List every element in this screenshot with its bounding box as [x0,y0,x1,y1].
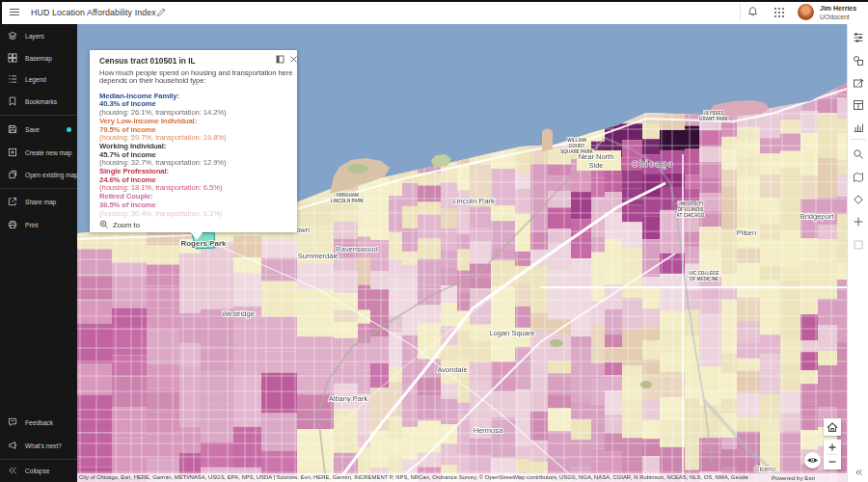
svg-text:Logan Square: Logan Square [489,329,534,337]
svg-text:Avondale: Avondale [437,365,467,374]
svg-text:Lincoln Park: Lincoln Park [452,197,496,205]
svg-text:Pilsen: Pilsen [737,228,756,237]
svg-text:GRANT PARK: GRANT PARK [699,117,729,121]
svg-text:Bridgeport: Bridgeport [800,212,835,221]
svg-text:AT CHICAGO: AT CHICAGO [677,213,705,218]
svg-text:LINCOLN PARK: LINCOLN PARK [331,199,365,203]
svg-text:UIC COLLEGE: UIC COLLEGE [689,271,719,276]
svg-text:UNIVERSITY: UNIVERSITY [677,201,704,206]
svg-text:ULYSSES: ULYSSES [703,111,723,116]
svg-text:ABRAHAM: ABRAHAM [336,193,359,198]
svg-text:SQUARE PARK: SQUARE PARK [560,149,593,154]
svg-text:Ravenswood: Ravenswood [336,245,377,254]
svg-text:Albany Park: Albany Park [329,394,368,403]
svg-text:Westridge: Westridge [222,309,255,318]
svg-text:Hermosa: Hermosa [474,426,503,435]
svg-text:Rogers Park: Rogers Park [180,239,227,248]
svg-text:Chicago: Chicago [632,159,674,169]
svg-text:OF ILLINOIS: OF ILLINOIS [677,207,703,212]
svg-text:OF MEDICINE: OF MEDICINE [690,277,719,281]
svg-text:Summerdale: Summerdale [298,252,339,260]
svg-text:WILLIAM: WILLIAM [567,138,586,143]
svg-text:GOUDY: GOUDY [569,144,585,148]
svg-text:Cicero: Cicero [754,465,775,473]
svg-text:Side: Side [588,161,603,170]
